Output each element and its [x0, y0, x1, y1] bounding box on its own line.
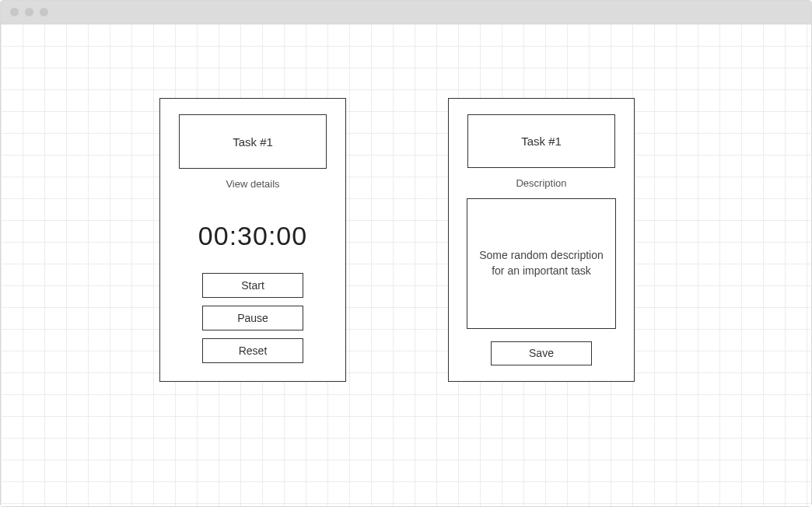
task-timer-card: Task #1 View details 00:30:00 Start Paus…	[159, 98, 346, 382]
task-title-box-right: Task #1	[467, 114, 615, 168]
save-button-label: Save	[529, 347, 554, 359]
task-description-card: Task #1 Description Some random descript…	[448, 98, 635, 382]
start-button-label: Start	[241, 279, 264, 292]
reset-button[interactable]: Reset	[202, 338, 303, 363]
view-details-link[interactable]: View details	[226, 178, 279, 190]
description-text: Some random description for an important…	[477, 248, 606, 278]
window-maximize-dot[interactable]	[40, 8, 48, 16]
task-title-box: Task #1	[179, 114, 327, 169]
pause-button-label: Pause	[237, 312, 268, 324]
task-title-text-right: Task #1	[521, 135, 562, 148]
reset-button-label: Reset	[239, 344, 268, 357]
description-textarea[interactable]: Some random description for an important…	[467, 198, 616, 329]
window-titlebar	[1, 1, 811, 24]
wireframe-canvas: Task #1 View details 00:30:00 Start Paus…	[1, 24, 811, 506]
timer-display: 00:30:00	[198, 221, 307, 251]
pause-button[interactable]: Pause	[202, 306, 303, 330]
window-close-dot[interactable]	[10, 8, 19, 16]
description-label: Description	[516, 177, 566, 189]
app-window: Task #1 View details 00:30:00 Start Paus…	[0, 0, 812, 507]
save-button[interactable]: Save	[491, 341, 592, 366]
window-minimize-dot[interactable]	[25, 8, 33, 16]
start-button[interactable]: Start	[202, 273, 303, 298]
task-title-text: Task #1	[233, 135, 273, 149]
